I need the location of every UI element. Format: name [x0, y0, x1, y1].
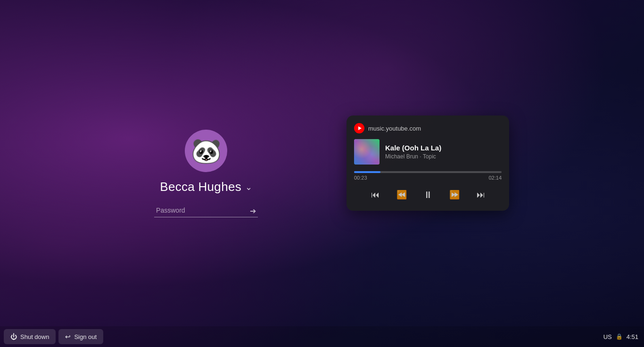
background [0, 0, 644, 347]
pause-button[interactable]: ⏸ [420, 186, 437, 203]
total-time: 02:14 [488, 175, 502, 181]
chevron-down-icon[interactable]: ⌄ [245, 182, 252, 192]
avatar-emoji: 🐼 [191, 139, 222, 163]
skip-forward-button[interactable]: ⏭ [472, 186, 489, 203]
album-art [354, 139, 380, 165]
time-row: 00:23 02:14 [354, 175, 502, 181]
skip-forward-icon: ⏭ [477, 190, 485, 200]
track-artist: Michael Brun · Topic [385, 153, 502, 160]
fast-forward-icon: ⏩ [449, 190, 460, 200]
pause-icon: ⏸ [423, 190, 433, 200]
progress-bar-fill [354, 171, 380, 173]
signout-button[interactable]: ↩ Sign out [58, 329, 103, 344]
media-info-row: Kale (Ooh La La) Michael Brun · Topic [354, 139, 502, 165]
current-time: 00:23 [354, 175, 367, 181]
media-source-row: music.youtube.com [354, 123, 502, 133]
password-submit-button[interactable]: ➔ [248, 204, 258, 217]
progress-container [354, 171, 502, 173]
track-title: Kale (Ooh La La) [385, 144, 502, 152]
status-time: 4:51 [627, 333, 638, 340]
skip-back-button[interactable]: ⏮ [367, 186, 384, 203]
controls-row: ⏮ ⏪ ⏸ ⏩ ⏭ [354, 186, 502, 203]
lock-icon: 🔒 [616, 333, 623, 340]
skip-back-icon: ⏮ [371, 190, 380, 200]
username-row: Becca Hughes ⌄ [160, 180, 252, 194]
rewind-icon: ⏪ [396, 190, 407, 200]
power-icon: ⏻ [10, 333, 17, 340]
progress-bar[interactable] [354, 171, 502, 173]
status-locale: US [603, 333, 612, 340]
shutdown-label: Shut down [20, 333, 49, 340]
password-input[interactable] [154, 204, 258, 217]
youtube-music-icon [354, 123, 364, 133]
avatar: 🐼 [185, 130, 227, 172]
login-container: 🐼 Becca Hughes ⌄ ➔ [154, 130, 258, 217]
username-label: Becca Hughes [160, 180, 241, 194]
shutdown-button[interactable]: ⏻ Shut down [4, 329, 56, 344]
signout-icon: ↩ [65, 333, 71, 340]
bottom-bar: ⏻ Shut down ↩ Sign out US 🔒 4:51 [0, 326, 644, 347]
password-field-wrapper: ➔ [154, 204, 258, 217]
media-text: Kale (Ooh La La) Michael Brun · Topic [385, 144, 502, 160]
rewind-button[interactable]: ⏪ [393, 186, 410, 203]
media-source-text: music.youtube.com [368, 125, 421, 132]
signout-label: Sign out [74, 333, 97, 340]
fast-forward-button[interactable]: ⏩ [446, 186, 463, 203]
status-bar: US 🔒 4:51 [603, 326, 638, 347]
media-player-card: music.youtube.com Kale (Ooh La La) Micha… [347, 116, 509, 211]
album-art-inner [354, 139, 380, 165]
